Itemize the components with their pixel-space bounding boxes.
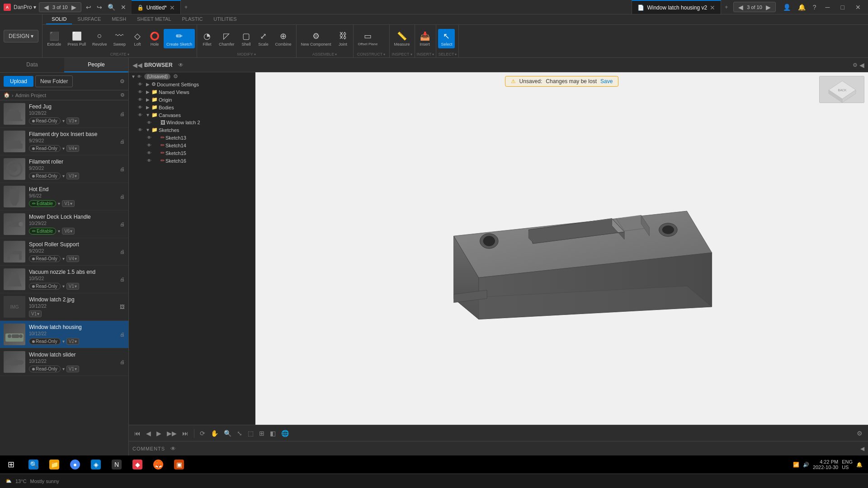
vp-orbit-btn[interactable]: ⟳ [198,429,207,438]
vp-display-btn[interactable]: ⬚ [246,429,255,438]
vp-end-btn[interactable]: ⏭ [180,429,190,438]
modify-scale-btn[interactable]: ⤢ Scale [255,29,271,48]
create-extrude-btn[interactable]: ⬛ Extrude [44,29,64,48]
list-item[interactable]: Window latch housing 10/12/22 Read-Only … [0,321,128,348]
version-dropdown-icon[interactable]: ▾ [75,256,77,261]
sidebar-tab-people[interactable]: People [64,58,128,72]
list-item[interactable]: Window latch slider 10/12/22 Read-Only ▾… [0,348,128,376]
tab-untitled-close[interactable]: ✕ [170,5,175,11]
doc-settings-eye[interactable]: 👁 [138,82,144,87]
list-item[interactable]: Mower Deck Lock Handle 10/29/22 ✏Editabl… [0,211,128,238]
list-item[interactable]: Filament roller 9/20/22 Read-Only ▾ V3 ▾… [0,155,128,183]
browser-tree-sketch13[interactable]: 👁 ✏ Sketch13 [129,134,255,141]
assemble-btn2[interactable]: ⛓ Joint [335,29,351,48]
undo-btn[interactable]: ↩ [84,3,93,12]
named-views-eye[interactable]: 👁 [138,89,144,94]
taskbar-file-explorer-btn[interactable]: 📁 [44,455,64,474]
sidebar-settings-icon[interactable]: ⚙ [120,78,125,84]
select-btn[interactable]: ↖ Select [438,29,455,48]
badge-dropdown-icon[interactable]: ▾ [62,146,65,151]
browser-tree-sketch16[interactable]: 👁 ✏ Sketch16 [129,157,255,164]
create-press-pull-btn[interactable]: ⬜ Press Pull [65,29,89,48]
taskbar-app1-btn[interactable]: ◆ [127,455,147,474]
version-dropdown-icon[interactable]: ▾ [70,229,72,234]
version-dropdown-icon[interactable]: ▾ [70,201,72,206]
tab-utilities[interactable]: UTILITIES [208,14,242,24]
browser-tree-document-settings[interactable]: 👁 ▶ ⚙ Document Settings [129,80,255,88]
taskbar-start-btn[interactable]: ⊞ [2,455,20,474]
maximize-btn[interactable]: □ [837,3,848,12]
version-dropdown-icon[interactable]: ▾ [37,311,39,316]
close-btn[interactable]: ✕ [852,3,864,12]
browser-tree-sketch15[interactable]: 👁 ✏ Sketch15 [129,149,255,157]
create-sweep-btn[interactable]: 〰 Sweep [110,29,128,48]
tab-untitled[interactable]: 🔒 Untitled* ✕ [132,0,181,14]
modify-shell-btn[interactable]: ▢ Shell [238,29,254,48]
tab-sheet-metal[interactable]: SHEET METAL [132,14,176,24]
save-link[interactable]: Save [600,78,613,84]
version-dropdown-icon[interactable]: ▾ [75,284,77,289]
sidebar-project-settings-icon[interactable]: ⚙ [120,92,125,98]
taskbar-app2-btn[interactable]: ▣ [169,455,189,474]
vp-pan-btn[interactable]: ✋ [209,429,220,438]
insert-btn1[interactable]: 📥 Insert [417,29,433,48]
list-item[interactable]: Spool Roller Support 9/20/22 Read-Only ▾… [0,238,128,266]
taskbar-volume-icon[interactable]: 🔊 [803,462,809,468]
vp-home-btn[interactable]: ⏮ [132,429,142,438]
tab-solid[interactable]: SOLID [46,14,72,24]
origin-eye[interactable]: 👁 [138,97,144,102]
vp-prev-btn[interactable]: ◀ [144,429,153,438]
new-folder-btn[interactable]: New Folder [35,75,73,87]
badge-dropdown-icon[interactable]: ▾ [62,284,65,289]
browser-toggle-btn[interactable]: ◀◀ [132,61,142,69]
tab-add-right-btn[interactable]: + [721,0,731,14]
vp-appearance-btn[interactable]: ◧ [268,429,278,438]
modify-chamfer-btn[interactable]: ◸ Chamfer [216,29,237,48]
vp-zoom-btn[interactable]: 🔍 [222,429,233,438]
viewport-3d[interactable]: ⚠ Unsaved: Changes may be lost Save [255,72,868,425]
browser-tree-bodies[interactable]: 👁 ▶ 📁 Bodies [129,103,255,111]
close-file-btn[interactable]: ✕ [119,3,128,12]
inspect-btn1[interactable]: 📏 Measure [392,29,413,48]
tab-mesh[interactable]: MESH [106,14,132,24]
tab-add-btn[interactable]: + [181,0,191,14]
taskbar-notion-btn[interactable]: N [107,455,127,474]
minimize-btn[interactable]: ─ [822,3,834,12]
design-dropdown[interactable]: DESIGN ▾ [4,30,38,42]
version-dropdown-icon[interactable]: ▾ [75,174,77,178]
create-loft-btn[interactable]: ◇ Loft [129,29,146,48]
time-display[interactable]: 4:22 PM 2022-10-30 [813,459,838,470]
taskbar-notification-icon[interactable]: 🔔 [856,462,863,468]
unsaved-eye[interactable]: 👁 [137,74,143,79]
doc-next-right-btn[interactable]: ▶ [765,4,772,11]
tab-window-latch-close[interactable]: ✕ [710,5,715,11]
modify-fillet-btn[interactable]: ◔ Fillet [199,29,215,48]
tab-plastic[interactable]: PLASTIC [177,14,208,24]
list-item[interactable]: IMG Window latch 2.jpg 10/12/22 V1 ▾ 🖼 [0,293,128,321]
help-icon[interactable]: ? [811,3,818,12]
sketch16-eye[interactable]: 👁 [147,158,153,163]
browser-collapse-btn[interactable]: ◀ [859,61,864,69]
version-dropdown-icon[interactable]: ▾ [75,118,77,123]
doc-prev-btn[interactable]: ◀ [43,4,50,11]
browser-tree-sketches[interactable]: 👁 ▼ 📁 Sketches [129,126,255,134]
doc-counter-right[interactable]: ◀ 3 of 10 ▶ [733,2,776,12]
doc-counter-left[interactable]: ◀ 3 of 10 ▶ [39,2,81,12]
vp-grid-btn[interactable]: ⊞ [257,429,266,438]
taskbar-search-btn[interactable]: 🔍 [24,455,43,474]
canvases-eye[interactable]: 👁 [138,113,144,117]
breadcrumb-home-icon[interactable]: 🏠 [4,92,10,98]
taskbar-firefox-btn[interactable]: 🦊 [148,455,168,474]
version-dropdown-icon[interactable]: ▾ [75,339,77,344]
taskbar-network-icon[interactable]: 📶 [793,462,799,468]
vp-fit-btn[interactable]: ⤡ [235,429,244,438]
modify-combine-btn[interactable]: ⊕ Combine [272,29,294,48]
browser-settings-icon[interactable]: ⚙ [853,62,858,68]
badge-dropdown-icon[interactable]: ▾ [58,229,60,234]
browser-tree-unsaved[interactable]: ▼ 👁 (Unsaved) ⚙ [129,72,255,80]
taskbar-chrome-btn[interactable]: ● [65,455,85,474]
browser-tree-origin[interactable]: 👁 ▶ 📁 Origin [129,96,255,103]
sketch13-eye[interactable]: 👁 [147,135,153,140]
breadcrumb-project[interactable]: Admin Project [15,93,46,98]
browser-tree-window-latch-canvas[interactable]: 👁 🖼 Window latch 2 [129,119,255,126]
